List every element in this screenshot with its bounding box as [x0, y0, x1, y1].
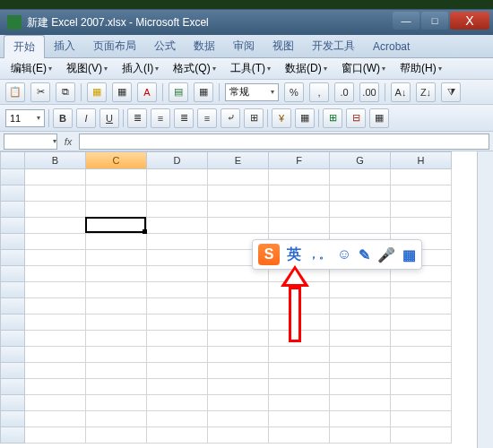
maximize-button[interactable]: □ — [421, 12, 448, 30]
borders-icon[interactable]: ▦ — [112, 82, 132, 102]
cell[interactable] — [330, 427, 391, 444]
cell[interactable] — [330, 202, 391, 218]
cell[interactable] — [391, 347, 452, 363]
cell[interactable] — [25, 266, 86, 282]
row-header[interactable] — [0, 331, 25, 347]
cell[interactable] — [86, 234, 147, 250]
italic-button[interactable]: I — [76, 108, 96, 128]
cell[interactable] — [86, 298, 147, 314]
cell[interactable] — [208, 331, 269, 347]
ime-voice-button[interactable]: 🎤 — [377, 246, 395, 263]
select-all-corner[interactable] — [0, 151, 25, 169]
number-format-combo[interactable]: 常规▾ — [225, 83, 279, 101]
menu-编辑[interactable]: 编辑(E) ▾ — [5, 59, 57, 78]
sort-za-button[interactable]: Z↓ — [416, 82, 436, 102]
cell[interactable] — [208, 298, 269, 314]
cell[interactable] — [25, 363, 86, 379]
tab-审阅[interactable]: 审阅 — [224, 35, 264, 57]
col-header-H[interactable]: H — [391, 151, 452, 169]
cell[interactable] — [269, 427, 330, 444]
cell[interactable] — [391, 363, 452, 379]
cell[interactable] — [330, 314, 391, 331]
copy-icon[interactable]: ⧉ — [56, 82, 75, 102]
cell[interactable] — [25, 379, 86, 395]
cell[interactable] — [391, 395, 452, 411]
currency-icon[interactable]: ¥ — [272, 108, 291, 128]
cell[interactable] — [147, 234, 208, 250]
tab-Acrobat[interactable]: Acrobat — [364, 37, 419, 56]
cell[interactable] — [147, 314, 208, 331]
cell[interactable] — [147, 202, 208, 218]
cell[interactable] — [25, 169, 86, 185]
cell[interactable] — [147, 379, 208, 395]
row-header[interactable] — [0, 395, 25, 411]
row-header[interactable] — [0, 282, 25, 298]
col-header-C[interactable]: C — [86, 151, 147, 169]
cell[interactable] — [208, 379, 269, 395]
cut-icon[interactable]: ✂ — [30, 82, 50, 102]
paste-icon[interactable]: 📋 — [5, 82, 25, 102]
cell[interactable] — [269, 363, 330, 379]
align-center-button[interactable]: ≡ — [151, 108, 170, 128]
menu-工具[interactable]: 工具(T) ▾ — [225, 59, 276, 78]
cell[interactable] — [391, 282, 452, 298]
cell[interactable] — [330, 379, 391, 395]
cell[interactable] — [208, 282, 269, 298]
cell[interactable] — [86, 363, 147, 379]
cell[interactable] — [25, 234, 86, 250]
cell[interactable] — [208, 314, 269, 331]
increase-decimal-button[interactable]: .0 — [334, 82, 354, 102]
menu-格式[interactable]: 格式(Q) ▾ — [168, 59, 221, 78]
cell[interactable] — [269, 379, 330, 395]
sogou-logo-icon[interactable]: S — [258, 244, 280, 265]
tab-开始[interactable]: 开始 — [4, 35, 45, 58]
cell[interactable] — [391, 427, 452, 444]
cell[interactable] — [208, 169, 269, 185]
cell[interactable] — [25, 202, 86, 218]
cell[interactable] — [391, 185, 452, 202]
styles-icon[interactable]: ▤ — [169, 82, 188, 102]
cell[interactable] — [330, 347, 391, 363]
cell[interactable] — [391, 298, 452, 314]
comma-button[interactable]: , — [309, 82, 329, 102]
percent-button[interactable]: % — [284, 82, 304, 102]
cell[interactable] — [25, 347, 86, 363]
filter-button[interactable]: ⧩ — [441, 82, 461, 102]
decrease-decimal-button[interactable]: .00 — [359, 82, 379, 102]
cell[interactable] — [269, 218, 330, 234]
cell[interactable] — [86, 169, 147, 185]
ime-punct-button[interactable]: ，。 — [308, 247, 330, 263]
fill-color-icon[interactable]: ▦ — [87, 82, 107, 102]
cell[interactable] — [147, 331, 208, 347]
cell[interactable] — [25, 218, 86, 234]
cell[interactable] — [330, 282, 391, 298]
cell[interactable] — [269, 331, 330, 347]
row-header[interactable] — [0, 314, 25, 331]
tab-开发工具[interactable]: 开发工具 — [303, 35, 364, 57]
cell[interactable] — [147, 218, 208, 234]
cell[interactable] — [86, 379, 147, 395]
cell[interactable] — [208, 202, 269, 218]
cell[interactable] — [330, 395, 391, 411]
align-right-button[interactable]: ≣ — [174, 108, 194, 128]
row-header[interactable] — [0, 169, 25, 185]
cell[interactable] — [391, 331, 452, 347]
cell[interactable] — [147, 266, 208, 282]
cell[interactable] — [269, 411, 330, 427]
cell[interactable] — [208, 218, 269, 234]
row-header[interactable] — [0, 347, 25, 363]
tab-公式[interactable]: 公式 — [145, 35, 185, 57]
col-header-D[interactable]: D — [147, 151, 208, 169]
row-header[interactable] — [0, 234, 25, 250]
cell[interactable] — [269, 202, 330, 218]
ime-lang-button[interactable]: 英 — [287, 246, 301, 264]
insert-row-icon[interactable]: ⊞ — [323, 108, 342, 128]
fx-label[interactable]: fx — [57, 136, 79, 147]
menu-插入[interactable]: 插入(I) ▾ — [117, 59, 164, 78]
cell[interactable] — [391, 202, 452, 218]
col-header-B[interactable]: B — [25, 151, 86, 169]
cell[interactable] — [391, 379, 452, 395]
bold-button[interactable]: B — [53, 108, 73, 128]
row-header[interactable] — [0, 250, 25, 266]
col-header-F[interactable]: F — [269, 151, 330, 169]
